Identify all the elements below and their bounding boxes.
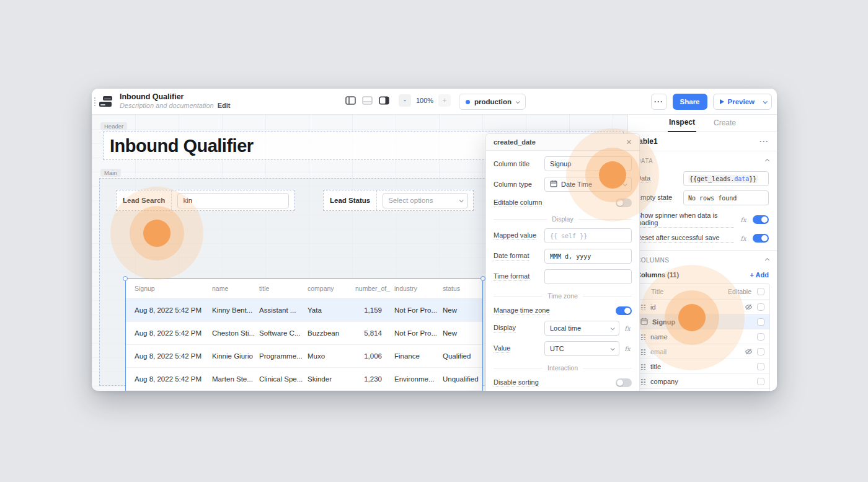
table-row[interactable]: Aug 8, 2022 5:42 PM Cheston Sti... Softw… [126, 321, 482, 344]
column-list-item-email[interactable]: email [636, 344, 769, 359]
cell-signup[interactable]: Aug 8, 2022 5:42 PM [126, 390, 208, 391]
show-spinner-toggle[interactable] [753, 215, 769, 224]
cell-status[interactable]: Qualified [439, 344, 482, 367]
drag-handle-icon[interactable] [640, 363, 646, 370]
zoom-out-button[interactable]: - [399, 94, 411, 107]
cell-title[interactable]: Programme... [255, 344, 304, 367]
editable-checkbox[interactable] [757, 363, 764, 370]
table-row[interactable]: Aug 8, 2022 5:42 PM Marten Ste... Clinic… [126, 367, 482, 390]
editable-column-toggle[interactable] [616, 199, 632, 207]
cell-industry[interactable]: Not For Pro... [391, 298, 439, 321]
cell-employees[interactable]: 5,814 [352, 321, 391, 344]
cell-name[interactable]: Kinny Bent... [208, 298, 255, 321]
fx-icon[interactable]: fx [739, 216, 748, 223]
editable-checkbox[interactable] [757, 333, 764, 341]
cell-signup[interactable]: Aug 8, 2022 5:42 PM [126, 367, 208, 390]
column-list-item-name[interactable]: name [636, 329, 769, 344]
column-title-input[interactable] [544, 156, 632, 171]
drag-handle-icon[interactable] [640, 303, 646, 310]
cell-employees[interactable]: 1,568 [352, 390, 391, 391]
column-header-name[interactable]: name [208, 279, 255, 298]
manage-timezone-toggle[interactable] [616, 306, 632, 315]
cell-status[interactable]: Unqualified [439, 367, 482, 390]
cell-status[interactable]: Contacted [439, 390, 482, 391]
table-row[interactable]: Aug 8, 2022 5:42 PM Kinnie Giurio Progra… [126, 344, 482, 367]
toggle-right-panel-button[interactable] [379, 96, 389, 107]
editable-checkbox[interactable] [757, 303, 764, 311]
cell-status[interactable]: New [439, 298, 482, 321]
cell-name[interactable]: Marten Ste... [208, 367, 255, 390]
column-list-item-employees[interactable]: number_of_employees [636, 388, 769, 391]
edit-description-button[interactable]: Edit [218, 102, 231, 109]
lead-status-widget[interactable]: Lead Status Select options [323, 190, 474, 211]
cell-industry[interactable]: Environme... [391, 367, 439, 390]
column-type-select[interactable]: Date Time [544, 177, 632, 192]
column-header-industry[interactable]: industry [391, 279, 439, 298]
page-title[interactable]: Inbound Qualifier [104, 136, 254, 156]
cell-name[interactable]: Cheston Sti... [208, 321, 255, 344]
cell-employees[interactable]: 1,230 [352, 367, 391, 390]
leads-table-widget[interactable]: Signup name title company number_of_... … [126, 279, 482, 391]
cell-company[interactable]: Skinder [304, 367, 352, 390]
drag-handle-icon[interactable] [640, 348, 646, 355]
tab-inspect[interactable]: Inspect [668, 115, 696, 132]
lead-search-widget[interactable]: Lead Search [116, 190, 294, 211]
column-list-item-title[interactable]: title [636, 359, 769, 373]
cell-industry[interactable]: Not For Pro... [391, 321, 439, 344]
cell-signup[interactable]: Aug 8, 2022 5:42 PM [126, 321, 208, 344]
column-list-item-signup[interactable]: Signup [636, 314, 769, 329]
preview-button[interactable]: Preview [714, 98, 761, 105]
cell-employees[interactable]: 1,159 [352, 298, 391, 321]
collapse-icon[interactable] [765, 159, 769, 163]
fx-icon[interactable]: fx [739, 235, 748, 242]
component-more-button[interactable]: ··· [760, 137, 769, 146]
tab-create[interactable]: Create [712, 115, 737, 132]
editable-checkbox[interactable] [757, 378, 764, 385]
tz-value-select[interactable]: UTC [544, 341, 619, 356]
data-field-input[interactable]: {{get_leads.data}} [683, 171, 769, 186]
disable-sorting-toggle[interactable] [616, 378, 632, 387]
cell-title[interactable]: Programme... [255, 390, 304, 391]
mapped-value-input[interactable] [544, 228, 632, 243]
cell-name[interactable]: Kinnie Giurio [208, 344, 255, 367]
more-options-button[interactable]: ··· [651, 94, 667, 110]
editable-all-checkbox[interactable] [757, 288, 764, 295]
cell-company[interactable]: Buzzbean [304, 321, 352, 344]
cell-title[interactable]: Clinical Spe... [255, 367, 304, 390]
toggle-bottom-panel-button[interactable] [362, 96, 373, 107]
resize-handle[interactable] [480, 276, 485, 281]
fx-icon[interactable]: fx [623, 346, 632, 352]
header-frame-tag[interactable]: Header [100, 122, 127, 130]
cell-industry[interactable]: Retail [391, 390, 439, 391]
cell-company[interactable]: Muxo [304, 344, 352, 367]
column-header-status[interactable]: status [439, 279, 482, 298]
collapse-icon[interactable] [765, 258, 769, 262]
lead-search-input[interactable] [177, 193, 289, 208]
cell-employees[interactable]: 1,006 [352, 344, 391, 367]
column-header-employees[interactable]: number_of_... [352, 279, 391, 298]
cell-signup[interactable]: Aug 8, 2022 5:42 PM [126, 298, 208, 321]
environment-selector[interactable]: production [459, 94, 526, 110]
column-header-title[interactable]: title [255, 279, 304, 298]
lead-status-select[interactable]: Select options [383, 193, 468, 208]
editable-checkbox[interactable] [757, 348, 764, 355]
column-list-item-id[interactable]: id [636, 299, 769, 314]
date-format-input[interactable] [544, 249, 632, 264]
table-row[interactable]: Aug 8, 2022 5:42 PM Kinny Bent... Assist… [126, 298, 482, 321]
main-frame-tag[interactable]: Main [100, 169, 121, 177]
editable-checkbox[interactable] [757, 318, 764, 326]
column-header-signup[interactable]: Signup [126, 279, 208, 298]
cell-company[interactable]: Skinder [304, 390, 352, 391]
column-list-item-company[interactable]: company [636, 373, 769, 388]
cell-industry[interactable]: Finance [391, 344, 439, 367]
hidden-eye-icon[interactable] [745, 348, 753, 355]
tz-display-select[interactable]: Local time [544, 321, 619, 336]
cell-name[interactable]: Ber Spendley [208, 390, 255, 391]
table-row[interactable]: Aug 8, 2022 5:42 PM Ber Spendley Program… [126, 390, 482, 391]
data-section-header[interactable]: DATA [628, 151, 777, 167]
reset-after-save-toggle[interactable] [753, 234, 769, 243]
preview-dropdown-button[interactable] [761, 100, 771, 104]
drag-handle-icon[interactable] [640, 333, 646, 340]
zoom-in-button[interactable]: + [438, 94, 451, 107]
columns-section-header[interactable]: COLUMNS [628, 251, 777, 266]
